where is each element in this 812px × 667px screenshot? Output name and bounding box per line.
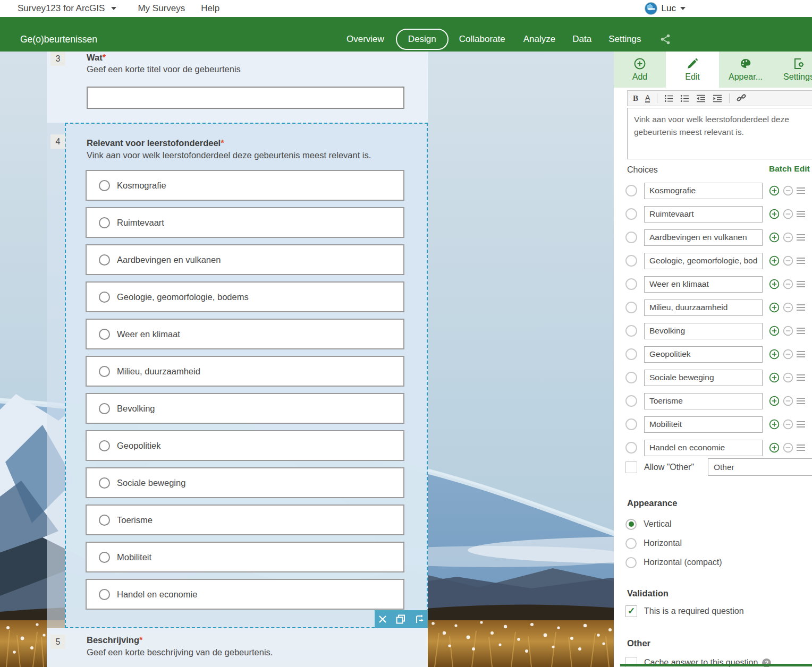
remove-choice-icon[interactable] <box>783 302 793 313</box>
choice-radio-icon[interactable] <box>625 185 637 196</box>
appearance-option-row[interactable]: Horizontal (compact) <box>625 553 722 572</box>
batch-edit-link[interactable]: Batch Edit <box>769 164 810 174</box>
choice-input[interactable] <box>644 416 763 433</box>
survey-option-row[interactable]: Sociale beweging <box>86 467 404 498</box>
question-beschrijving[interactable]: Beschrijving* Geef een korte beschrijvin… <box>47 628 428 667</box>
radio-icon[interactable] <box>99 366 110 377</box>
numbered-list-icon[interactable] <box>664 95 673 102</box>
radio-icon[interactable] <box>625 557 637 568</box>
choice-radio-icon[interactable] <box>625 325 637 337</box>
remove-choice-icon[interactable] <box>783 419 793 430</box>
radio-icon[interactable] <box>99 589 110 600</box>
remove-choice-icon[interactable] <box>783 442 793 453</box>
move-icon[interactable] <box>414 614 425 625</box>
choice-input[interactable] <box>644 440 763 456</box>
tab-design-active[interactable]: Design <box>396 29 449 50</box>
text-color-icon[interactable]: A <box>645 95 650 102</box>
add-choice-icon[interactable] <box>769 209 780 219</box>
menu-my-surveys[interactable]: My Surveys <box>138 3 185 14</box>
add-choice-icon[interactable] <box>769 396 780 406</box>
radio-icon[interactable] <box>99 329 110 340</box>
drag-handle-icon[interactable] <box>797 234 805 241</box>
radio-icon[interactable] <box>99 403 110 414</box>
tab-analyze[interactable]: Analyze <box>523 34 555 45</box>
tab-settings[interactable]: Settings <box>772 52 812 88</box>
delete-icon[interactable] <box>378 614 387 624</box>
drag-handle-icon[interactable] <box>797 398 805 404</box>
remove-choice-icon[interactable] <box>783 349 793 360</box>
radio-icon[interactable] <box>99 217 110 228</box>
choice-input[interactable] <box>644 206 763 223</box>
choice-radio-icon[interactable] <box>625 232 637 243</box>
tab-appearance[interactable]: Appear... <box>719 52 772 88</box>
add-choice-icon[interactable] <box>769 349 780 360</box>
choice-input[interactable] <box>644 300 763 316</box>
outdent-icon[interactable] <box>696 95 706 102</box>
add-choice-icon[interactable] <box>769 442 780 453</box>
survey-option-row[interactable]: Mobiliteit <box>86 542 404 572</box>
survey-option-row[interactable]: Aardbevingen en vulkanen <box>86 244 404 275</box>
survey-option-row[interactable]: Toerisme <box>86 504 404 535</box>
choice-radio-icon[interactable] <box>625 418 637 430</box>
tab-collaborate[interactable]: Collaborate <box>459 34 505 45</box>
indent-icon[interactable] <box>713 95 722 102</box>
radio-icon[interactable] <box>625 538 637 549</box>
tab-edit-active[interactable]: Edit <box>666 52 719 88</box>
drag-handle-icon[interactable] <box>797 328 805 334</box>
remove-choice-icon[interactable] <box>783 209 793 219</box>
add-choice-icon[interactable] <box>769 302 780 313</box>
choice-input[interactable] <box>644 323 763 339</box>
share-icon[interactable] <box>659 33 671 45</box>
choice-input[interactable] <box>644 229 763 246</box>
required-checkbox[interactable] <box>625 605 637 617</box>
drag-handle-icon[interactable] <box>797 281 805 287</box>
remove-choice-icon[interactable] <box>783 279 793 289</box>
user-avatar[interactable] <box>645 2 657 15</box>
remove-choice-icon[interactable] <box>783 396 793 406</box>
drag-handle-icon[interactable] <box>797 304 805 311</box>
survey-option-row[interactable]: Weer en klimaat <box>86 319 404 349</box>
choice-radio-icon[interactable] <box>625 348 637 360</box>
tab-settings[interactable]: Settings <box>608 34 641 45</box>
add-choice-icon[interactable] <box>769 419 780 430</box>
choice-radio-icon[interactable] <box>625 255 637 267</box>
radio-icon[interactable] <box>99 292 110 303</box>
add-choice-icon[interactable] <box>769 372 780 383</box>
tab-add[interactable]: Add <box>614 52 666 88</box>
link-icon[interactable] <box>737 94 746 102</box>
radio-icon[interactable] <box>99 254 110 266</box>
add-choice-icon[interactable] <box>769 279 780 289</box>
choice-radio-icon[interactable] <box>625 395 637 407</box>
menu-help[interactable]: Help <box>201 3 219 14</box>
add-choice-icon[interactable] <box>769 232 780 243</box>
survey-option-row[interactable]: Ruimtevaart <box>86 207 404 238</box>
choice-radio-icon[interactable] <box>625 372 637 383</box>
allow-other-checkbox[interactable] <box>625 461 637 473</box>
choice-input[interactable] <box>644 253 763 269</box>
user-name[interactable]: Luc <box>662 3 676 14</box>
remove-choice-icon[interactable] <box>783 372 793 383</box>
drag-handle-icon[interactable] <box>797 351 805 357</box>
other-value-input[interactable] <box>708 458 812 476</box>
drag-handle-icon[interactable] <box>797 444 805 451</box>
survey-option-row[interactable]: Handel en economie <box>86 579 404 610</box>
question-label-editor[interactable]: Vink aan voor welk leerstofonderdeel dez… <box>627 108 812 159</box>
drag-handle-icon[interactable] <box>797 211 805 217</box>
choice-input[interactable] <box>644 276 763 293</box>
tab-overview[interactable]: Overview <box>346 34 384 45</box>
appearance-option-row[interactable]: Vertical <box>625 515 722 534</box>
radio-icon[interactable] <box>99 180 110 191</box>
survey-option-row[interactable]: Kosmografie <box>86 170 404 201</box>
remove-choice-icon[interactable] <box>783 255 793 266</box>
bold-icon[interactable]: B <box>633 94 638 103</box>
radio-icon[interactable] <box>99 440 110 451</box>
survey-option-row[interactable]: Geopolitiek <box>86 430 404 461</box>
choice-radio-icon[interactable] <box>625 208 637 220</box>
add-choice-icon[interactable] <box>769 255 780 266</box>
tab-data[interactable]: Data <box>572 34 591 45</box>
choice-input[interactable] <box>644 183 763 199</box>
remove-choice-icon[interactable] <box>783 185 793 196</box>
choice-radio-icon[interactable] <box>625 302 637 313</box>
choice-input[interactable] <box>644 346 763 363</box>
question-wat[interactable]: Wat* Geef een korte titel voor de gebeur… <box>47 52 428 123</box>
